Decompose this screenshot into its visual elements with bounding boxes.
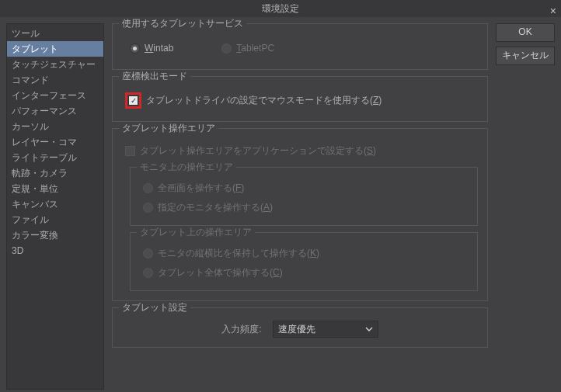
group-legend: 使用するタブレットサービス xyxy=(119,17,246,30)
radio-label: TabletPC xyxy=(236,43,274,54)
sidebar-item[interactable]: 3D xyxy=(7,243,103,258)
sidebar-item[interactable]: タッチジェスチャー xyxy=(7,57,103,72)
radio-icon xyxy=(143,248,153,258)
radio-icon xyxy=(143,203,153,213)
input-frequency-label: 入力頻度: xyxy=(221,323,261,336)
ok-button[interactable]: OK xyxy=(496,23,555,42)
tablet-area-subgroup: タブレット上の操作エリア モニタの縦横比を保持して操作する(K) タブレット全体… xyxy=(130,232,478,291)
app-area-checkbox: タブレット操作エリアをアプリケーションで設定する(S) xyxy=(122,141,478,161)
monitor-area-subgroup: モニタ上の操作エリア 全画面を操作する(F) 指定のモニタを操作する(A) xyxy=(130,167,478,226)
input-frequency-select[interactable]: 速度優先 xyxy=(273,321,378,338)
highlight-box: ✓ xyxy=(125,92,141,109)
radio-whole-tablet: タブレット全体で操作する(C) xyxy=(140,263,468,283)
tablet-service-group: 使用するタブレットサービス Wintab TabletPC xyxy=(112,23,488,70)
sidebar-item[interactable]: インターフェース xyxy=(7,88,103,103)
sidebar-item[interactable]: カーソル xyxy=(7,119,103,134)
radio-label: モニタの縦横比を保持して操作する(K) xyxy=(158,247,319,260)
checkbox-label: タブレットドライバの設定でマウスモードを使用する(Z) xyxy=(146,94,382,107)
select-value: 速度優先 xyxy=(278,323,315,336)
radio-icon xyxy=(143,183,153,193)
sidebar-item[interactable]: 定規・単位 xyxy=(7,181,103,196)
titlebar: 環境設定 × xyxy=(0,0,561,17)
group-legend: モニタ上の操作エリア xyxy=(137,161,236,174)
checkbox-label: タブレット操作エリアをアプリケーションで設定する(S) xyxy=(140,144,376,158)
radio-full-screen: 全画面を操作する(F) xyxy=(140,179,468,198)
group-legend: 座標検出モード xyxy=(119,70,190,83)
sidebar-item[interactable]: ファイル xyxy=(7,212,103,227)
radio-icon xyxy=(130,43,140,54)
chevron-down-icon xyxy=(365,325,373,333)
sidebar-item[interactable]: ライトテーブル xyxy=(7,150,103,165)
cancel-button[interactable]: キャンセル xyxy=(496,47,555,65)
mouse-mode-checkbox[interactable]: ✓ タブレットドライバの設定でマウスモードを使用する(Z) xyxy=(122,89,478,112)
window-title: 環境設定 xyxy=(262,3,299,14)
tablet-area-group: タブレット操作エリア タブレット操作エリアをアプリケーションで設定する(S) モ… xyxy=(112,128,488,301)
close-icon[interactable]: × xyxy=(550,2,556,19)
radio-label: タブレット全体で操作する(C) xyxy=(158,266,283,279)
coord-mode-group: 座標検出モード ✓ タブレットドライバの設定でマウスモードを使用する(Z) xyxy=(112,76,488,122)
radio-icon xyxy=(221,43,232,54)
radio-specified-monitor: 指定のモニタを操作する(A) xyxy=(140,198,468,217)
sidebar-item[interactable]: 軌跡・カメラ xyxy=(7,165,103,181)
sidebar-item[interactable]: カラー変換 xyxy=(7,227,103,243)
dialog-buttons: OK キャンセル xyxy=(496,23,555,390)
sidebar-item[interactable]: コマンド xyxy=(7,72,103,88)
radio-label: 全画面を操作する(F) xyxy=(158,182,244,195)
radio-label: 指定のモニタを操作する(A) xyxy=(158,201,273,214)
sidebar-item[interactable]: キャンバス xyxy=(7,196,103,212)
radio-wintab[interactable]: Wintab xyxy=(127,40,176,57)
checkbox-icon xyxy=(125,146,135,156)
group-legend: タブレット上の操作エリア xyxy=(137,226,255,239)
radio-keep-aspect: モニタの縦横比を保持して操作する(K) xyxy=(140,244,468,263)
group-legend: タブレット設定 xyxy=(119,301,190,314)
sidebar-item[interactable]: タブレット xyxy=(7,41,103,57)
radio-tabletpc[interactable]: TabletPC xyxy=(218,40,277,57)
group-legend: タブレット操作エリア xyxy=(119,122,218,135)
sidebar-item[interactable]: レイヤー・コマ xyxy=(7,134,103,150)
checkbox-icon: ✓ xyxy=(128,95,138,106)
main-panel: 使用するタブレットサービス Wintab TabletPC 座標検出モード ✓ … xyxy=(112,23,488,390)
sidebar-item[interactable]: パフォーマンス xyxy=(7,103,103,119)
sidebar-item[interactable]: ツール xyxy=(7,26,103,41)
category-sidebar: ツールタブレットタッチジェスチャーコマンドインターフェースパフォーマンスカーソル… xyxy=(6,23,104,390)
radio-label: Wintab xyxy=(145,43,173,54)
radio-icon xyxy=(143,268,153,278)
tablet-settings-group: タブレット設定 入力頻度: 速度優先 xyxy=(112,307,488,348)
